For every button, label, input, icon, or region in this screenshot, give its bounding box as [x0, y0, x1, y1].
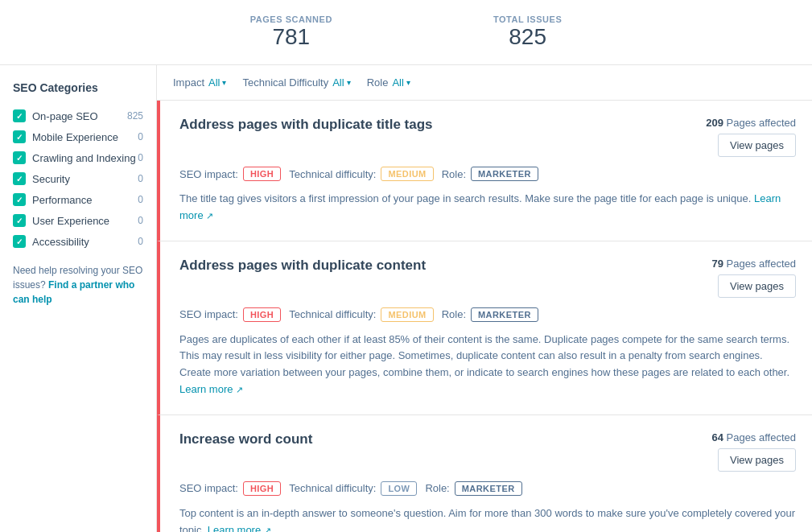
sidebar-item-count-accessibility: 0	[138, 236, 143, 247]
pages-scanned-value: 781	[250, 24, 332, 50]
issue-description-duplicate-content: Pages are duplicates of each other if at…	[179, 332, 796, 398]
checkbox-icon-security	[13, 172, 26, 185]
total-issues-value: 825	[493, 24, 562, 50]
sidebar-help: Need help resolving your SEO issues? Fin…	[13, 263, 143, 307]
seo-impact-badge-3: HIGH	[243, 481, 281, 496]
issue-description-word-count: Top content is an in-depth answer to som…	[179, 505, 796, 532]
sidebar-item-security[interactable]: Security 0	[13, 168, 143, 189]
technical-difficulty-group-2: Technical difficulty: MEDIUM	[289, 307, 433, 322]
technical-difficulty-badge-2: MEDIUM	[381, 307, 433, 322]
role-group-1: Role: MARKETER	[442, 167, 538, 181]
total-issues-stat: TOTAL ISSUES 825	[493, 14, 562, 50]
sidebar-item-performance[interactable]: Performance 0	[13, 189, 143, 210]
external-link-icon-1: ↗	[206, 211, 213, 221]
view-pages-button-word-count[interactable]: View pages	[718, 448, 796, 472]
seo-impact-badge-1: HIGH	[243, 167, 281, 181]
issue-badges-word-count: SEO impact: HIGH Technical difficulty: L…	[179, 481, 796, 496]
sidebar-item-label-crawling-indexing: Crawling and Indexing	[32, 152, 136, 164]
sidebar: SEO Categories On-page SEO 825 Mobile Ex…	[0, 65, 157, 532]
stats-bar: PAGES SCANNED 781 TOTAL ISSUES 825	[0, 0, 812, 65]
impact-filter-label: Impact	[173, 76, 204, 89]
content-area: Impact All ▾ Technical Difficulty All ▾ …	[157, 65, 812, 532]
technical-difficulty-chevron-icon: ▾	[347, 78, 351, 87]
role-group-2: Role: MARKETER	[442, 307, 538, 322]
sidebar-item-count-user-experience: 0	[138, 215, 143, 226]
sidebar-item-user-experience[interactable]: User Experience 0	[13, 210, 143, 231]
total-issues-label: TOTAL ISSUES	[493, 14, 562, 24]
learn-more-link-3[interactable]: Learn more ↗	[208, 524, 271, 532]
issue-card-duplicate-content: Address pages with duplicate content 79 …	[157, 241, 812, 415]
sidebar-item-mobile-experience[interactable]: Mobile Experience 0	[13, 126, 143, 147]
sidebar-item-count-performance: 0	[138, 194, 143, 205]
filter-bar: Impact All ▾ Technical Difficulty All ▾ …	[157, 65, 812, 101]
checkbox-icon-performance	[13, 193, 26, 206]
sidebar-item-count-mobile-experience: 0	[138, 131, 143, 142]
pages-affected-duplicate-title-tags: 209 Pages affected	[706, 117, 796, 129]
learn-more-link-2[interactable]: Learn more ↗	[179, 383, 243, 395]
technical-difficulty-badge-3: LOW	[381, 481, 417, 496]
checkbox-icon-user-experience	[13, 214, 26, 227]
sidebar-item-label-mobile-experience: Mobile Experience	[32, 131, 118, 143]
role-badge-1: MARKETER	[471, 167, 538, 181]
sidebar-item-label-security: Security	[32, 173, 70, 185]
role-badge-3: MARKETER	[455, 481, 522, 496]
issue-title-duplicate-title-tags: Address pages with duplicate title tags	[179, 117, 433, 133]
role-filter-group: Role All ▾	[367, 76, 410, 89]
technical-difficulty-filter-dropdown[interactable]: All ▾	[332, 76, 350, 89]
sidebar-item-on-page-seo[interactable]: On-page SEO 825	[13, 105, 143, 126]
role-chevron-icon: ▾	[406, 78, 410, 87]
technical-difficulty-filter-label: Technical Difficulty	[242, 76, 328, 89]
sidebar-item-label-performance: Performance	[32, 194, 92, 206]
issue-description-duplicate-title-tags: The title tag gives visitors a first imp…	[179, 191, 796, 225]
pages-scanned-stat: PAGES SCANNED 781	[250, 14, 332, 50]
issue-card-word-count: Increase word count 64 Pages affected Vi…	[157, 415, 812, 532]
issue-card-duplicate-title-tags: Address pages with duplicate title tags …	[157, 101, 812, 241]
technical-difficulty-group-1: Technical difficulty: MEDIUM	[289, 167, 433, 181]
sidebar-item-count-security: 0	[138, 173, 143, 184]
sidebar-item-count-on-page-seo: 825	[127, 110, 143, 122]
view-pages-button-duplicate-title-tags[interactable]: View pages	[718, 134, 796, 157]
seo-impact-badge-2: HIGH	[243, 307, 281, 322]
sidebar-title: SEO Categories	[13, 81, 143, 94]
seo-impact-group-3: SEO impact: HIGH	[179, 481, 281, 496]
role-filter-label: Role	[367, 76, 389, 89]
technical-difficulty-badge-1: MEDIUM	[381, 167, 433, 181]
view-pages-button-duplicate-content[interactable]: View pages	[718, 274, 796, 298]
external-link-icon-3: ↗	[264, 525, 271, 532]
impact-chevron-icon: ▾	[222, 78, 226, 87]
issue-badges-duplicate-content: SEO impact: HIGH Technical difficulty: M…	[179, 307, 796, 322]
role-badge-2: MARKETER	[471, 307, 538, 322]
issues-list: Address pages with duplicate title tags …	[157, 101, 812, 532]
impact-filter-group: Impact All ▾	[173, 76, 226, 89]
pages-affected-duplicate-content: 79 Pages affected	[711, 258, 796, 270]
sidebar-item-label-accessibility: Accessibility	[32, 236, 89, 248]
sidebar-item-label-on-page-seo: On-page SEO	[32, 110, 98, 122]
seo-impact-group-2: SEO impact: HIGH	[179, 307, 281, 322]
checkbox-icon-mobile-experience	[13, 130, 26, 143]
sidebar-item-accessibility[interactable]: Accessibility 0	[13, 231, 143, 252]
seo-impact-group-1: SEO impact: HIGH	[179, 167, 281, 181]
checkbox-icon-crawling-indexing	[13, 151, 26, 164]
sidebar-item-crawling-indexing[interactable]: Crawling and Indexing 0	[13, 147, 143, 168]
issue-meta-right-duplicate-title-tags: 209 Pages affected View pages	[706, 117, 796, 157]
role-group-3: Role: MARKETER	[425, 481, 521, 496]
checkbox-icon-accessibility	[13, 235, 26, 248]
issue-title-word-count: Increase word count	[179, 431, 312, 447]
technical-difficulty-filter-group: Technical Difficulty All ▾	[242, 76, 350, 89]
sidebar-item-label-user-experience: User Experience	[32, 215, 109, 227]
checkbox-icon-on-page-seo	[13, 109, 26, 122]
issue-meta-right-word-count: 64 Pages affected View pages	[711, 431, 796, 472]
issue-badges-duplicate-title-tags: SEO impact: HIGH Technical difficulty: M…	[179, 167, 796, 181]
issue-title-duplicate-content: Address pages with duplicate content	[179, 258, 426, 274]
issue-meta-right-duplicate-content: 79 Pages affected View pages	[711, 258, 796, 298]
sidebar-item-count-crawling-indexing: 0	[138, 152, 143, 163]
external-link-icon-2: ↗	[236, 385, 243, 394]
technical-difficulty-group-3: Technical difficulty: LOW	[289, 481, 417, 496]
role-filter-dropdown[interactable]: All ▾	[392, 76, 410, 89]
pages-affected-word-count: 64 Pages affected	[711, 431, 796, 443]
pages-scanned-label: PAGES SCANNED	[250, 14, 332, 24]
impact-filter-dropdown[interactable]: All ▾	[208, 76, 226, 89]
